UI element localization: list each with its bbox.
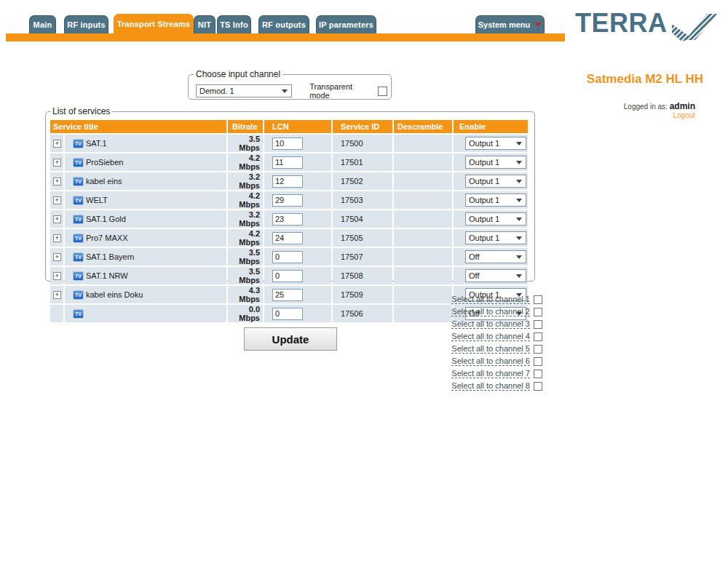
service-id-value: 17505 bbox=[333, 229, 392, 247]
page: MainRF inputsTransport StreamsNITTS Info… bbox=[0, 0, 728, 582]
expand-plus-icon[interactable]: + bbox=[53, 291, 61, 299]
terra-logo: TERRA bbox=[575, 9, 717, 45]
logout-link[interactable]: Logout bbox=[673, 111, 695, 119]
expand-plus-icon[interactable]: + bbox=[53, 140, 61, 148]
enable-select[interactable]: Output 1 bbox=[465, 175, 526, 188]
tab-ip-parameters[interactable]: IP parameters bbox=[316, 15, 376, 33]
expand-cell: + bbox=[50, 135, 63, 152]
select-all-checkbox[interactable] bbox=[534, 357, 542, 366]
tv-icon: TV bbox=[73, 290, 84, 300]
enable-select[interactable]: Off bbox=[465, 269, 526, 282]
col-header-enable: Enable bbox=[454, 120, 528, 133]
tab-ts-info[interactable]: TS Info bbox=[217, 15, 251, 33]
select-all-link-channel-3[interactable]: Select all to channel 3 bbox=[451, 319, 530, 329]
lcn-input[interactable] bbox=[272, 137, 303, 150]
enable-select[interactable]: Output 1 bbox=[465, 231, 526, 244]
tab-rf-outputs[interactable]: RF outputs bbox=[258, 15, 309, 33]
lcn-input[interactable] bbox=[272, 251, 303, 263]
lcn-input[interactable] bbox=[272, 156, 303, 169]
expand-cell: + bbox=[50, 229, 63, 247]
descramble-cell bbox=[394, 267, 452, 284]
table-row: +TVSAT.1 NRW3.5 Mbps17508Off bbox=[50, 267, 528, 284]
terra-logo-text: TERRA bbox=[575, 9, 668, 38]
bitrate-value: 3.2 Mbps bbox=[228, 210, 263, 228]
select-all-checkbox[interactable] bbox=[534, 382, 542, 391]
update-button[interactable]: Update bbox=[244, 327, 337, 351]
expand-plus-icon[interactable]: + bbox=[53, 253, 61, 261]
accent-bar bbox=[6, 33, 565, 41]
service-title-cell: TVSAT.1 NRW bbox=[65, 267, 226, 284]
transparent-mode-checkbox[interactable] bbox=[378, 87, 387, 96]
expand-plus-icon[interactable]: + bbox=[53, 159, 61, 167]
tab-transport-streams[interactable]: Transport Streams bbox=[114, 14, 194, 34]
bitrate-value: 4.3 Mbps bbox=[228, 286, 263, 303]
enable-select[interactable]: Output 1 bbox=[465, 212, 526, 226]
select-all-row: Select all to channel 3 bbox=[451, 318, 542, 330]
expand-plus-icon[interactable]: + bbox=[53, 234, 61, 242]
lcn-cell bbox=[264, 191, 331, 209]
select-all-checkbox[interactable] bbox=[534, 295, 542, 304]
enable-selected-value: Output 1 bbox=[469, 158, 499, 167]
service-id-value: 17506 bbox=[333, 305, 392, 322]
select-all-checkbox[interactable] bbox=[534, 332, 542, 341]
select-all-link-channel-1[interactable]: Select all to channel 1 bbox=[451, 295, 530, 304]
enable-select[interactable]: Off bbox=[465, 250, 526, 263]
tab-main[interactable]: Main bbox=[29, 15, 56, 33]
tab-rf-inputs[interactable]: RF inputs bbox=[64, 15, 108, 33]
table-row: +TVSAT.1 Gold3.2 Mbps17504Output 1 bbox=[50, 210, 528, 228]
descramble-cell bbox=[394, 210, 452, 228]
select-all-link-channel-2[interactable]: Select all to channel 2 bbox=[451, 307, 530, 316]
select-all-row: Select all to channel 6 bbox=[451, 355, 542, 367]
lcn-input[interactable] bbox=[272, 270, 303, 282]
lcn-cell bbox=[264, 154, 331, 171]
enable-selected-value: Output 1 bbox=[469, 196, 499, 204]
select-all-checkbox[interactable] bbox=[534, 308, 542, 316]
username: admin bbox=[670, 101, 695, 111]
lcn-cell bbox=[264, 229, 331, 247]
service-id-value: 17501 bbox=[333, 154, 392, 171]
chevron-down-icon bbox=[516, 180, 522, 183]
service-title: SAT.1 Bayern bbox=[86, 252, 134, 261]
lcn-input[interactable] bbox=[272, 308, 303, 320]
tv-icon: TV bbox=[73, 196, 84, 205]
service-id-value: 17508 bbox=[333, 267, 392, 284]
logged-in-label: Logged in as: bbox=[624, 103, 668, 111]
system-menu-button[interactable]: System menu bbox=[475, 15, 545, 33]
descramble-cell bbox=[394, 191, 452, 209]
enable-cell: Output 1 bbox=[454, 191, 528, 209]
bitrate-value: 4.2 Mbps bbox=[228, 191, 263, 209]
select-all-checkbox[interactable] bbox=[534, 320, 542, 329]
select-all-link-channel-4[interactable]: Select all to channel 4 bbox=[451, 332, 530, 341]
expand-plus-icon[interactable]: + bbox=[53, 178, 61, 186]
lcn-input[interactable] bbox=[272, 194, 303, 207]
expand-plus-icon[interactable]: + bbox=[53, 215, 61, 223]
table-row: +TVPro7 MAXX4.2 Mbps17505Output 1 bbox=[50, 229, 528, 247]
lcn-input[interactable] bbox=[272, 213, 303, 226]
tab-nit[interactable]: NIT bbox=[194, 15, 215, 33]
select-all-link-channel-7[interactable]: Select all to channel 7 bbox=[451, 369, 530, 378]
bitrate-value: 4.2 Mbps bbox=[228, 229, 263, 247]
expand-cell: + bbox=[50, 191, 63, 209]
enable-select[interactable]: Output 1 bbox=[465, 137, 526, 150]
select-all-link-channel-6[interactable]: Select all to channel 6 bbox=[451, 356, 530, 366]
expand-plus-icon[interactable]: + bbox=[53, 272, 61, 280]
service-title-cell: TVSAT.1 Bayern bbox=[65, 248, 226, 266]
select-all-links: Select all to channel 1Select all to cha… bbox=[451, 293, 542, 392]
enable-selected-value: Output 1 bbox=[469, 177, 499, 186]
lcn-input[interactable] bbox=[272, 175, 303, 188]
input-channel-select[interactable]: Demod. 1 bbox=[196, 84, 292, 97]
tv-icon: TV bbox=[73, 177, 84, 186]
select-all-link-channel-8[interactable]: Select all to channel 8 bbox=[451, 381, 530, 391]
chevron-down-icon bbox=[516, 274, 522, 278]
select-all-checkbox[interactable] bbox=[534, 345, 542, 354]
expand-plus-icon[interactable]: + bbox=[53, 196, 61, 204]
lcn-input[interactable] bbox=[272, 232, 303, 244]
select-all-checkbox[interactable] bbox=[534, 370, 542, 378]
enable-cell: Output 1 bbox=[454, 229, 528, 247]
enable-select[interactable]: Output 1 bbox=[465, 194, 526, 207]
lcn-input[interactable] bbox=[272, 289, 303, 301]
select-all-row: Select all to channel 7 bbox=[451, 367, 542, 380]
lcn-cell bbox=[264, 172, 331, 190]
select-all-link-channel-5[interactable]: Select all to channel 5 bbox=[451, 344, 530, 354]
enable-select[interactable]: Output 1 bbox=[465, 156, 526, 169]
